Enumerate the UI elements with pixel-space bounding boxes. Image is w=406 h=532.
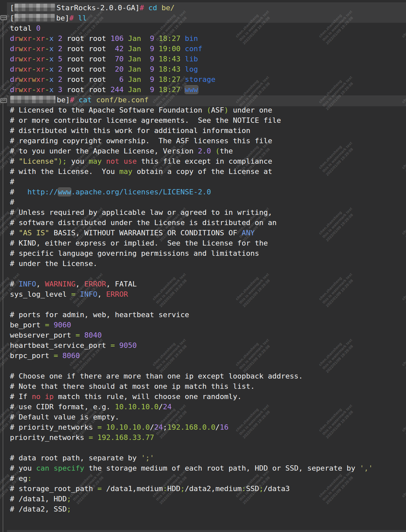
terminal-line: # Note that there should at most one ip …	[10, 381, 373, 391]
command-block-connector	[3, 103, 3, 532]
terminal-line: # ports for admin, web, heartbeat servic…	[10, 310, 373, 320]
terminal-line: be_port = 9060	[10, 320, 373, 330]
prompt-line-highlight-partial	[7, 530, 406, 532]
terminal-line: # /data1, HDD;	[10, 494, 373, 504]
terminal-line: # use CIDR format, e.g. 10.10.10.0/24	[10, 402, 373, 412]
terminal-line: # software distributed under the License…	[10, 217, 373, 228]
terminal-line: sys_log_level = INFO, ERROR	[10, 289, 373, 299]
terminal-line: [be]# ll	[10, 13, 373, 23]
terminal-line: # under the License.	[10, 258, 373, 269]
redacted-hostname	[15, 14, 55, 21]
terminal-line: # storage_root_path = /data1,medium:HDD;…	[10, 483, 373, 494]
terminal-line	[10, 299, 373, 310]
terminal-line: drwxr-xr-x 2 root root 106 Jan 9 18:27 b…	[10, 33, 373, 44]
watermark-stamp: chen.zhaoshengthis is watermark text2022…	[401, 269, 406, 309]
terminal-line: # specific language governing permission…	[10, 248, 373, 258]
terminal-line: #	[10, 177, 373, 187]
command-block-connector	[3, 20, 3, 90]
command-marker-icon[interactable]	[0, 98, 7, 103]
terminal-line: # you can specify the storage medium of …	[10, 463, 373, 473]
terminal-line: # KIND, either express or implied. See t…	[10, 238, 373, 248]
terminal-line: # Unless required by applicable law or a…	[10, 207, 373, 217]
terminal-line: # "AS IS" BASIS, WITHOUT WARRANTIES OR C…	[10, 228, 373, 238]
terminal-line: drwxr-xr-x 2 root root 20 Jan 9 18:43 lo…	[10, 64, 373, 74]
terminal-line: # distributed with this work for additio…	[10, 125, 373, 136]
terminal-line: # eg:	[10, 473, 373, 483]
terminal-line: drwxr-xr-x 3 root root 244 Jan 9 18:27 w…	[10, 84, 373, 95]
redacted-hostname	[10, 96, 55, 103]
watermark-stamp: chen.zhaoshengthis is watermark text2022…	[401, 334, 406, 374]
terminal-line: # to you under the Apache License, Versi…	[10, 146, 373, 156]
terminal-line: # /data2, SSD;	[10, 504, 373, 514]
terminal-line: # or more contributor license agreements…	[10, 115, 373, 125]
terminal-line: # Licensed to the Apache Software Founda…	[10, 105, 373, 115]
redacted-hostname	[15, 4, 55, 11]
terminal-line: #	[10, 197, 373, 207]
terminal-line: # priority_networks = 10.10.10.0/24;192.…	[10, 422, 373, 432]
terminal-line: webserver_port = 8040	[10, 330, 373, 340]
terminal-line	[10, 361, 373, 371]
watermark-stamp: chen.zhaoshengthis is watermark text2022…	[401, 400, 406, 440]
terminal-line: drwxrwxr-x 2 root root 6 Jan 9 18:27 sto…	[10, 74, 373, 84]
terminal-line: # Choose one if there are more than one …	[10, 371, 373, 381]
terminal-line: drwxr-xr-x 5 root root 70 Jan 9 18:43 li…	[10, 54, 373, 64]
terminal-line: priority_networks = 192.168.33.77	[10, 432, 373, 443]
terminal-line: # regarding copyright ownership. The ASF…	[10, 136, 373, 146]
terminal-line: drwxr-xr-x 2 root root 42 Jan 9 19:00 co…	[10, 44, 373, 54]
terminal-line: heartbeat_service_port = 9050	[10, 340, 373, 350]
terminal-line: # with the License. You may obtain a cop…	[10, 166, 373, 177]
watermark-stamp: chen.zhaoshengthis is watermark text2022…	[401, 203, 406, 243]
terminal-line	[10, 443, 373, 453]
terminal-window[interactable]: [StarRocks-2.0.0-GA]# cd be/[be]# lltota…	[0, 0, 406, 532]
watermark-stamp: chen.zhaoshengthis is watermark text2022…	[401, 466, 406, 506]
terminal-line	[10, 269, 373, 279]
terminal-line: # http://www.apache.org/licenses/LICENSE…	[10, 187, 373, 197]
terminal-line: total 0	[10, 23, 373, 33]
terminal-line: # Default value is empty.	[10, 412, 373, 422]
terminal-line: # "License"); you may not use this file …	[10, 156, 373, 166]
watermark-stamp: chen.zhaoshengthis is watermark text2022…	[401, 137, 406, 177]
command-marker-icon[interactable]	[0, 15, 7, 20]
terminal-line: # data root path, separate by ';'	[10, 453, 373, 463]
terminal-line: [StarRocks-2.0.0-GA]# cd be/	[10, 3, 373, 13]
terminal-lines: [StarRocks-2.0.0-GA]# cd be/[be]# lltota…	[10, 3, 373, 514]
terminal-line: # If no ip match this rule, will choose …	[10, 391, 373, 402]
terminal-line: # INFO, WARNING, ERROR, FATAL	[10, 279, 373, 289]
terminal-line: brpc_port = 8060	[10, 350, 373, 361]
terminal-line: be]# cat conf/be.conf	[10, 95, 373, 105]
